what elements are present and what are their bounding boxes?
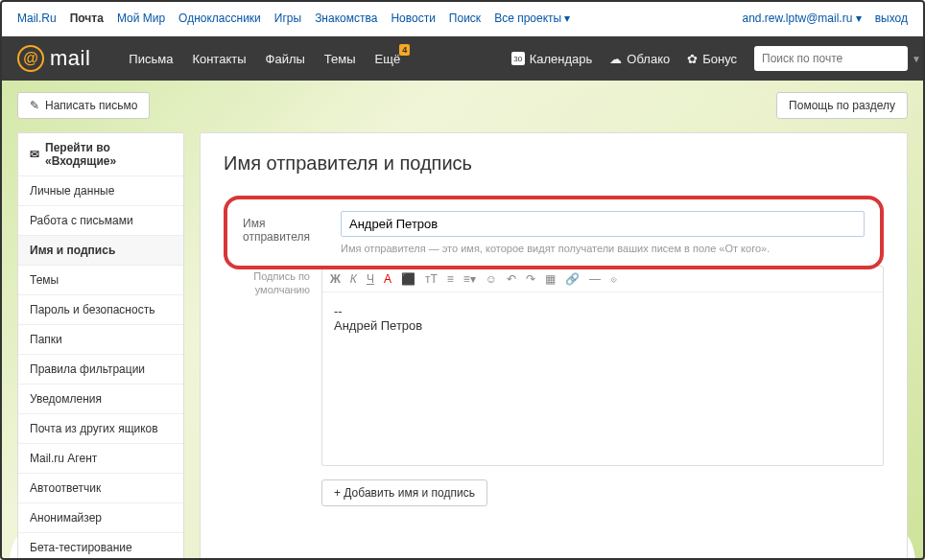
- inbox-icon: ✉: [30, 148, 39, 161]
- nav-files[interactable]: Файлы: [266, 52, 305, 66]
- toolbar-indent-icon[interactable]: ≡▾: [463, 272, 476, 286]
- logo-icon: @: [17, 45, 44, 72]
- logo[interactable]: @ mail: [17, 45, 90, 72]
- main-header: @ mail Письма Контакты Файлы Темы Ещё4 3…: [0, 36, 925, 81]
- sidebar-personal-data[interactable]: Личные данные: [18, 176, 183, 206]
- toolbar-clear-icon[interactable]: ⟐: [610, 272, 617, 286]
- sender-name-label: Имя отправителя: [243, 211, 329, 244]
- nav-letters[interactable]: Письма: [129, 52, 173, 66]
- topnav-right: and.rew.lptw@mail.ru ▾ выход: [742, 12, 908, 25]
- topnav-left: Mail.Ru Почта Мой Мир Одноклассники Игры…: [17, 12, 571, 25]
- toolbar-underline-icon[interactable]: Ч: [367, 272, 374, 286]
- bonus-icon: ✿: [687, 52, 698, 66]
- toolbar-italic-icon[interactable]: К: [350, 272, 357, 286]
- sidebar-password[interactable]: Пароль и безопасность: [18, 295, 183, 325]
- toolbar-undo-icon[interactable]: ↶: [507, 272, 516, 286]
- toolbar-bold-icon[interactable]: Ж: [330, 272, 341, 286]
- editor-toolbar: Ж К Ч А ⬛ тТ ≡ ≡▾ ☺ ↶ ↷ ▦ 🔗 — ⟐: [322, 267, 883, 292]
- signature-editor: Ж К Ч А ⬛ тТ ≡ ≡▾ ☺ ↶ ↷ ▦ 🔗 — ⟐: [321, 266, 884, 466]
- topnav-games[interactable]: Игры: [274, 12, 301, 25]
- topnav-dating[interactable]: Знакомства: [315, 12, 377, 25]
- nav-badge: 4: [399, 44, 410, 56]
- search-input[interactable]: [762, 52, 906, 65]
- calendar-icon: 30: [511, 52, 525, 65]
- toolbar-align-icon[interactable]: ≡: [447, 272, 454, 286]
- toolbar-fontsize-icon[interactable]: тТ: [425, 272, 438, 286]
- sender-name-highlight: Имя отправителя Имя отправителя — это им…: [224, 196, 884, 269]
- sidebar-inbox[interactable]: ✉ Перейти во «Входящие»: [18, 133, 183, 176]
- toolbar-textcolor-icon[interactable]: А: [384, 272, 391, 286]
- sidebar-name-signature[interactable]: Имя и подпись: [18, 236, 183, 266]
- toolbar-image-icon[interactable]: ▦: [545, 272, 556, 286]
- signature-dashes: --: [334, 304, 871, 318]
- page-title: Имя отправителя и подпись: [224, 152, 884, 175]
- topnav-ok[interactable]: Одноклассники: [178, 12, 261, 25]
- bonus-link[interactable]: ✿Бонус: [687, 52, 737, 66]
- add-signature-row: + Добавить имя и подпись: [321, 479, 884, 506]
- sidebar-folders[interactable]: Папки: [18, 325, 183, 355]
- main-panel: Имя отправителя и подпись Имя отправител…: [200, 132, 908, 560]
- logo-text: mail: [50, 46, 90, 71]
- topnav-mailru[interactable]: Mail.Ru: [17, 12, 57, 25]
- signature-label: Подпись по умолчанию: [224, 266, 310, 466]
- search-box[interactable]: ▼ 🔍: [754, 46, 908, 71]
- content-wrap: ✉ Перейти во «Входящие» Личные данные Ра…: [17, 132, 908, 560]
- topnav-pochta[interactable]: Почта: [70, 12, 104, 25]
- sidebar-external-mail[interactable]: Почта из других ящиков: [18, 414, 183, 444]
- toolbar-link-icon[interactable]: 🔗: [565, 272, 580, 286]
- toolbar-emoji-icon[interactable]: ☺: [486, 272, 497, 286]
- toolbar-bgcolor-icon[interactable]: ⬛: [401, 272, 415, 286]
- nav-themes[interactable]: Темы: [324, 52, 356, 66]
- sidebar-themes[interactable]: Темы: [18, 266, 183, 295]
- topnav-news[interactable]: Новости: [391, 12, 435, 25]
- help-button[interactable]: Помощь по разделу: [776, 92, 908, 119]
- toolbar-redo-icon[interactable]: ↷: [526, 272, 535, 286]
- topnav-search[interactable]: Поиск: [449, 12, 481, 25]
- cloud-icon: ☁: [609, 52, 622, 66]
- settings-sidebar: ✉ Перейти во «Входящие» Личные данные Ра…: [17, 132, 184, 560]
- nav-more[interactable]: Ещё4: [375, 52, 401, 66]
- signature-content: Андрей Петров: [334, 318, 871, 333]
- add-signature-button[interactable]: + Добавить имя и подпись: [321, 479, 487, 506]
- sender-name-hint: Имя отправителя — это имя, которое видят…: [341, 243, 865, 254]
- calendar-link[interactable]: 30Календарь: [511, 52, 593, 66]
- top-navigation: Mail.Ru Почта Мой Мир Одноклассники Игры…: [0, 0, 925, 36]
- sidebar-mail-handling[interactable]: Работа с письмами: [18, 206, 183, 236]
- background-area: ✎ Написать письмо Помощь по разделу ✉ Пе…: [0, 81, 925, 560]
- sidebar-agent[interactable]: Mail.ru Агент: [18, 444, 183, 474]
- sidebar-notifications[interactable]: Уведомления: [18, 385, 183, 414]
- sidebar-autoresponder[interactable]: Автоответчик: [18, 474, 183, 503]
- sidebar-anonymizer[interactable]: Анонимайзер: [18, 503, 183, 533]
- cloud-link[interactable]: ☁Облако: [609, 52, 670, 66]
- logout-link[interactable]: выход: [875, 12, 908, 25]
- compose-icon: ✎: [30, 99, 39, 112]
- main-nav: Письма Контакты Файлы Темы Ещё4: [129, 52, 400, 66]
- sidebar-beta[interactable]: Бета-тестирование: [18, 533, 183, 560]
- signature-block: Подпись по умолчанию Ж К Ч А ⬛ тТ ≡ ≡▾ ☺…: [224, 266, 884, 466]
- signature-textarea[interactable]: -- Андрей Петров: [322, 292, 883, 465]
- topnav-moimir[interactable]: Мой Мир: [117, 12, 165, 25]
- toolbar-hr-icon[interactable]: —: [589, 272, 601, 286]
- nav-contacts[interactable]: Контакты: [192, 52, 246, 66]
- sender-name-row: Имя отправителя Имя отправителя — это им…: [243, 211, 865, 254]
- sender-name-input[interactable]: [341, 211, 865, 237]
- header-right: 30Календарь ☁Облако ✿Бонус ▼ 🔍: [511, 46, 908, 71]
- search-dropdown-icon[interactable]: ▼: [912, 54, 921, 64]
- compose-button[interactable]: ✎ Написать письмо: [17, 92, 150, 119]
- sidebar-filters[interactable]: Правила фильтрации: [18, 355, 183, 385]
- topnav-allprojects[interactable]: Все проекты ▾: [494, 12, 570, 25]
- user-email-link[interactable]: and.rew.lptw@mail.ru ▾: [742, 12, 861, 25]
- action-bar: ✎ Написать письмо Помощь по разделу: [17, 92, 908, 119]
